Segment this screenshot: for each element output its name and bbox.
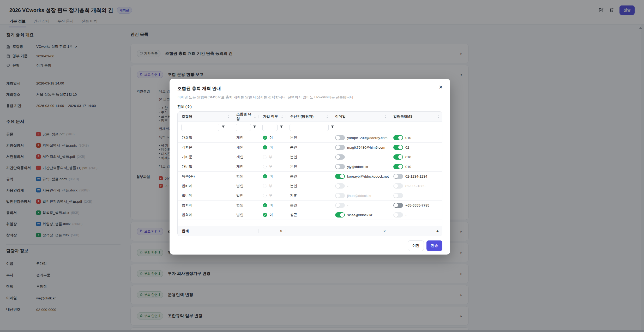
dashed-circle-icon	[263, 194, 267, 197]
sms-value: -	[405, 194, 407, 198]
filter-input-joined[interactable]	[262, 124, 278, 131]
sort-icon[interactable]	[227, 115, 230, 118]
sms-value: 02	[405, 146, 409, 149]
email-cell: -	[331, 181, 389, 191]
email-toggle[interactable]	[335, 183, 345, 189]
email-toggle[interactable]	[335, 154, 345, 160]
recipient-cell: 지훈	[286, 191, 331, 200]
sms-toggle[interactable]	[393, 212, 403, 218]
column-label: 이메일	[335, 114, 346, 119]
table-column-header: 알림톡/SMS	[389, 112, 442, 122]
email-toggle[interactable]	[335, 193, 345, 198]
email-value: magik79480@him6.com	[347, 146, 385, 149]
application-window: 2026 VCworks 성장 펀드 정기총회 개최의 건 개최전	[0, 0, 644, 332]
email-cell: magik79480@him6.com	[331, 143, 389, 152]
email-toggle[interactable]	[335, 212, 345, 218]
filter-input-member[interactable]	[181, 124, 219, 131]
toggle-knob	[398, 136, 402, 140]
recipient-cell: 본인	[286, 162, 331, 171]
member-type-cell: 법인	[232, 201, 259, 210]
joined-label: 부	[269, 184, 273, 188]
table-row: 개회알 개인 ✓ 여 본인 yorape1209@daerdy.com 01	[178, 133, 442, 143]
previous-button[interactable]: 이전	[408, 240, 424, 251]
member-name-cell: 법회메	[178, 201, 232, 210]
sort-icon[interactable]	[326, 115, 328, 118]
sms-toggle[interactable]	[393, 183, 403, 189]
total-count-label: 전체 ( 9 )	[177, 104, 442, 109]
toggle-knob	[336, 194, 340, 198]
email-value: koreaybj@ddockddock.net	[347, 174, 389, 178]
sort-icon[interactable]	[281, 115, 283, 118]
member-name-cell: 개회알	[178, 133, 232, 142]
email-cell: jihun@ddock.kr	[331, 191, 389, 200]
funnel-icon[interactable]	[331, 125, 334, 130]
check-circle-icon: ✓	[263, 174, 267, 178]
check-circle-icon: ✓	[263, 136, 267, 140]
member-type-cell: 개인	[232, 162, 259, 171]
modal-description: 이메일 또는 알림톡(SMS)으로 총회 개최를 알릴 대상자를 선택합니다. …	[177, 95, 442, 100]
close-icon[interactable]: ✕	[437, 84, 444, 90]
email-cell: yorape1209@daerdy.com	[331, 133, 389, 142]
funnel-icon[interactable]	[253, 125, 256, 130]
sms-toggle[interactable]	[393, 154, 403, 160]
table-row: 개비알 개인 부 본인 yjy@ddock.kr 010	[178, 162, 442, 172]
email-value: yorape1209@daerdy.com	[347, 136, 388, 140]
sort-icon[interactable]	[437, 115, 440, 118]
email-toggle[interactable]	[335, 174, 345, 179]
sms-toggle[interactable]	[393, 193, 403, 198]
email-value: yjy@ddock.kr	[347, 165, 368, 169]
email-toggle[interactable]	[335, 203, 345, 208]
sms-toggle[interactable]	[393, 203, 403, 208]
sort-icon[interactable]	[384, 115, 387, 118]
sort-icon[interactable]	[254, 115, 256, 118]
funnel-icon[interactable]	[221, 125, 225, 130]
email-toggle[interactable]	[335, 145, 345, 150]
member-type-cell: 법인	[232, 172, 259, 181]
joined-cell: ✓ 여	[259, 210, 286, 220]
funnel-icon[interactable]	[280, 125, 283, 130]
table-summary-row: 합계 5 2 4	[178, 226, 442, 236]
sms-toggle[interactable]	[393, 145, 403, 150]
toggle-knob	[336, 155, 340, 159]
sms-toggle[interactable]	[393, 174, 403, 179]
sms-toggle[interactable]	[393, 135, 403, 140]
toggle-knob	[336, 136, 340, 140]
sms-cell: +65-6555-7785	[389, 201, 442, 210]
sms-cell: 02	[389, 143, 442, 152]
table-empty-space	[178, 220, 442, 226]
summary-label: 합계	[178, 226, 232, 236]
member-type-cell: 법인	[232, 191, 259, 200]
joined-label: 여	[269, 203, 273, 208]
joined-cell: 부	[259, 181, 286, 191]
filter-input-type[interactable]	[236, 124, 251, 131]
dashed-circle-icon	[263, 165, 267, 168]
sms-toggle[interactable]	[393, 164, 403, 169]
toggle-knob	[340, 174, 344, 178]
column-label: 알림톡/SMS	[393, 114, 413, 119]
filter-input-recipient[interactable]	[290, 124, 329, 131]
summary-sms-total: 4	[389, 226, 442, 236]
toggle-knob	[394, 174, 398, 178]
member-name-cell: 개비알	[178, 162, 232, 171]
joined-label: 여	[269, 174, 273, 179]
summary-empty-cell	[232, 226, 259, 236]
recipient-cell: 본인	[286, 181, 331, 191]
member-type-cell: 법인	[232, 210, 259, 220]
table-row: 개비문 개인 부 본인 010	[178, 152, 442, 162]
modal-send-button[interactable]: 전송	[426, 240, 442, 251]
member-name-cell: 개회문	[178, 143, 232, 152]
sms-value: +65-6555-7785	[405, 203, 429, 207]
member-type-cell: 개인	[232, 143, 259, 152]
sms-cell: 010	[389, 162, 442, 171]
email-toggle[interactable]	[335, 164, 345, 169]
email-toggle[interactable]	[335, 135, 345, 140]
table-column-header: 조합원	[178, 112, 232, 122]
toggle-knob	[336, 145, 340, 149]
dashed-circle-icon	[263, 155, 267, 159]
joined-cell: ✓ 여	[259, 133, 286, 142]
joined-cell: 부	[259, 191, 286, 200]
sms-cell: 02-555-1005	[389, 181, 442, 191]
meeting-notice-modal: 조합원 총회 개최 안내 ✕ 이메일 또는 알림톡(SMS)으로 총회 개최를 …	[170, 79, 450, 255]
member-name-cell: 법비메	[178, 181, 232, 191]
joined-label: 여	[269, 135, 273, 140]
